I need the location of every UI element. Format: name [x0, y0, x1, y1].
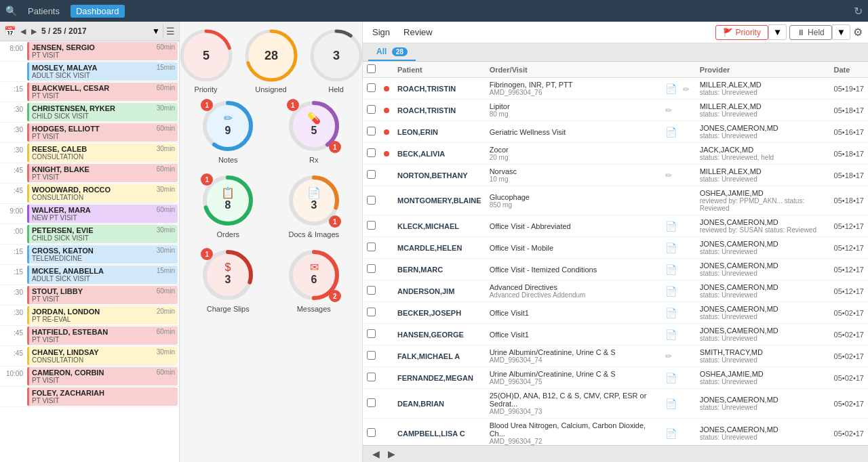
schedule-slot[interactable]: :45 HATFIELD, ESTEBAN PT VISIT 60min [0, 326, 179, 346]
edit-icon-button[interactable]: ✏ [663, 105, 674, 116]
schedule-slot[interactable]: :30 STOUT, LIBBY PT VISIT 60min [0, 285, 179, 306]
row-checkbox[interactable] [367, 428, 376, 437]
search-icon[interactable]: 🔍 [5, 5, 17, 16]
priority-button[interactable]: 🚩 Priority [715, 25, 768, 40]
circle-item-unsigned[interactable]: 28 Unsigned [244, 28, 298, 93]
table-row[interactable]: BERN,MARC Office Visit - Itemized Condit… [363, 259, 868, 280]
edit-icon-button[interactable]: ✏ [663, 351, 674, 362]
appointment-block[interactable]: CAMERON, CORBIN PT VISIT 60min [27, 367, 178, 385]
schedule-slot[interactable]: :00 PETERSEN, EVIE CHILD SICK VISIT 30mi… [0, 224, 179, 245]
row-checkbox[interactable] [367, 127, 376, 135]
appointment-block[interactable]: MOSLEY, MALAYA ADULT SICK VISIT 15min [27, 62, 178, 81]
doc-icon-button[interactable]: 📄 [663, 427, 679, 440]
review-button[interactable]: Review [399, 26, 437, 39]
tab-all[interactable]: All 28 [368, 43, 416, 61]
table-row[interactable]: ANDERSON,JIM Advanced Directives Advance… [363, 280, 868, 302]
appointment-block[interactable]: CHANEY, LINDSAY CONSULTATION 30min [27, 347, 178, 365]
row-checkbox[interactable] [367, 351, 376, 360]
schedule-slot[interactable]: :45 CHANEY, LINDSAY CONSULTATION 30min [0, 346, 179, 366]
schedule-slot[interactable]: 9:00 WALKER, MARA NEW PT VISIT 60min [0, 204, 179, 224]
doc-icon-button[interactable]: 📄 [663, 372, 679, 384]
circle-item-messages[interactable]: ✉ 6 2 Messages [276, 248, 353, 313]
right-filter-button[interactable]: ⚙ [853, 26, 863, 39]
row-checkbox[interactable] [367, 221, 376, 230]
row-checkbox[interactable] [367, 105, 376, 114]
schedule-slot[interactable]: :45 KNIGHT, BLAKE PT VISIT 60min [0, 163, 179, 184]
schedule-slot[interactable]: :30 REESE, CALEB CONSULTATION 30min [0, 143, 179, 163]
priority-dropdown-button[interactable]: ▼ [768, 24, 787, 40]
schedule-slot[interactable]: :45 WOODWARD, ROCCO CONSULTATION 30min [0, 184, 179, 204]
doc-icon-button[interactable]: 📄 [663, 126, 679, 138]
doc-icon-button[interactable]: 📄 [663, 285, 679, 297]
table-row[interactable]: MCARDLE,HELEN Office Visit - Mobile 📄 JO… [363, 237, 868, 259]
schedule-slot[interactable]: :30 JORDAN, LONDON PT RE-EVAL 20min [0, 306, 179, 326]
table-row[interactable]: HANSEN,GEORGE Office Visit1 📄 JONES,CAME… [363, 324, 868, 345]
select-all-checkbox[interactable] [367, 64, 376, 73]
sign-button[interactable]: Sign [368, 26, 394, 39]
table-row[interactable]: FALK,MICHAEL A Urine Albumin/Creatinine,… [363, 345, 868, 367]
doc-icon-button[interactable]: 📄 [663, 242, 679, 254]
appointment-block[interactable]: CHRISTENSEN, RYKER CHILD SICK VISIT 30mi… [27, 103, 178, 121]
schedule-slot[interactable]: FOLEY, ZACHARIAH PT VISIT [0, 387, 179, 407]
dashboard-nav-button[interactable]: Dashboard [71, 5, 125, 18]
row-checkbox[interactable] [367, 286, 376, 295]
appointment-block[interactable]: STOUT, LIBBY PT VISIT 60min [27, 286, 178, 304]
schedule-slot[interactable]: :15 CROSS, KEATON TELEMEDICINE 30min [0, 245, 179, 265]
table-row[interactable]: LEON,ERIN Geriatric Wellness Visit 📄 JON… [363, 121, 868, 143]
row-checkbox[interactable] [367, 264, 376, 273]
row-checkbox[interactable] [367, 148, 376, 157]
edit-icon-button[interactable]: ✏ [681, 84, 692, 95]
table-row[interactable]: FERNANDEZ,MEGAN Urine Albumin/Creatinine… [363, 367, 868, 389]
schedule-menu-icon[interactable]: ☰ [166, 26, 175, 37]
circle-item-orders[interactable]: 📋 8 1 Orders [190, 173, 267, 238]
doc-icon-button[interactable]: 📄 [663, 329, 679, 341]
row-checkbox[interactable] [367, 243, 376, 251]
circle-item-rx[interactable]: 💊 5 11 Rx [276, 99, 353, 164]
appointment-block[interactable]: FOLEY, ZACHARIAH PT VISIT [27, 387, 178, 406]
held-dropdown-button[interactable]: ▼ [832, 24, 850, 40]
doc-icon-button[interactable]: 📄 [663, 83, 679, 95]
next-date-button[interactable]: ▶ [29, 26, 39, 37]
schedule-slot[interactable]: 10:00 CAMERON, CORBIN PT VISIT 60min [0, 366, 179, 387]
appointment-block[interactable]: HODGES, ELLIOTT PT VISIT 60min [27, 123, 178, 142]
schedule-slot[interactable]: MOSLEY, MALAYA ADULT SICK VISIT 15min [0, 62, 179, 82]
prev-date-button[interactable]: ◀ [18, 26, 28, 37]
appointment-block[interactable]: MCKEE, ANABELLA ADULT SICK VISIT 15min [27, 266, 178, 284]
doc-icon-button[interactable]: 📄 [663, 398, 679, 410]
refresh-icon[interactable]: ↻ [854, 5, 863, 18]
row-checkbox[interactable] [367, 329, 376, 338]
table-row[interactable]: ROACH,TRISTIN Lipitor 80 mg ✏ MILLER,ALE… [363, 100, 868, 121]
table-row[interactable]: MONTGOMERY,BLAINE Glucophage 850 mg OSHE… [363, 186, 868, 215]
row-checkbox[interactable] [367, 373, 376, 381]
row-checkbox[interactable] [367, 83, 376, 92]
row-checkbox[interactable] [367, 398, 376, 407]
edit-icon-button[interactable]: ✏ [663, 170, 674, 181]
table-row[interactable]: KLECK,MICHAEL Office Visit - Abbreviated… [363, 215, 868, 237]
circle-item-held[interactable]: 3 Held [309, 28, 363, 93]
table-row[interactable]: BECK,ALIVIA Zocor 20 mg JACK,JACK,MD sta… [363, 143, 868, 165]
row-checkbox[interactable] [367, 170, 376, 179]
schedule-filter-icon[interactable]: ▼ [152, 26, 160, 36]
row-checkbox[interactable] [367, 196, 376, 205]
schedule-slot[interactable]: :15 MCKEE, ANABELLA ADULT SICK VISIT 15m… [0, 265, 179, 285]
appointment-block[interactable]: REESE, CALEB CONSULTATION 30min [27, 144, 178, 162]
doc-icon-button[interactable]: 📄 [663, 264, 679, 276]
patients-nav-button[interactable]: Patients [22, 5, 65, 18]
table-row[interactable]: DEAN,BRIAN 25(OH)D, ANA, B12, C & S, CMV… [363, 389, 868, 419]
appointment-block[interactable]: JENSEN, SERGIO PT VISIT 60min [27, 42, 178, 60]
appointment-block[interactable]: PETERSEN, EVIE CHILD SICK VISIT 30min [27, 225, 178, 243]
doc-icon-button[interactable]: 📄 [663, 307, 679, 319]
table-row[interactable]: ROACH,TRISTIN Fibrinogen, INR, PT, PTT A… [363, 78, 868, 100]
appointment-block[interactable]: WOODWARD, ROCCO CONSULTATION 30min [27, 184, 178, 203]
held-button[interactable]: ⏸ Held [789, 25, 832, 40]
table-row[interactable]: CAMPBELL,LISA C Blood Urea Nitrogen, Cal… [363, 419, 868, 446]
nav-next-button[interactable]: ▶ [384, 447, 399, 461]
appointment-block[interactable]: WALKER, MARA NEW PT VISIT 60min [27, 205, 178, 223]
appointment-block[interactable]: HATFIELD, ESTEBAN PT VISIT 60min [27, 327, 178, 345]
table-row[interactable]: NORTON,BETHANY Norvasc 10 mg ✏ MILLER,AL… [363, 165, 868, 186]
doc-icon-button[interactable]: 📄 [663, 220, 679, 232]
circle-item-docs[interactable]: 📄 3 1 Docs & Images [276, 173, 353, 238]
table-row[interactable]: BECKER,JOSEPH Office Visit1 📄 JONES,CAME… [363, 302, 868, 324]
appointment-block[interactable]: BLACKWELL, CESAR PT VISIT 60min [27, 83, 178, 101]
row-checkbox[interactable] [367, 308, 376, 316]
